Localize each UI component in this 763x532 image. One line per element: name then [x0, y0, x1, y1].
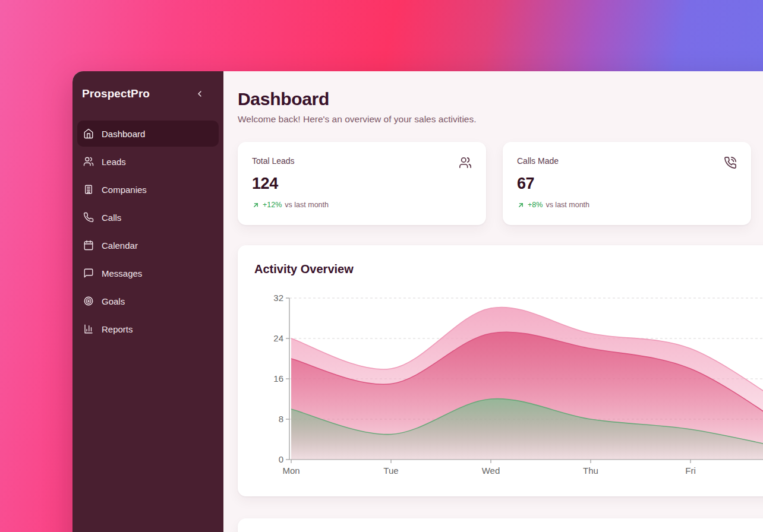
sidebar-item-companies[interactable]: Companies	[77, 176, 219, 202]
sidebar-item-label: Companies	[102, 185, 147, 195]
stat-card-head: Total Leads	[252, 156, 472, 169]
stat-change-percent: +8%	[528, 201, 543, 209]
stat-label: Total Leads	[252, 156, 295, 166]
x-tick-label-Thu: Thu	[583, 466, 598, 476]
phone-call-icon	[724, 156, 737, 169]
x-tick-label-Tue: Tue	[383, 466, 398, 476]
stat-label: Calls Made	[517, 156, 559, 166]
activity-overview-card: Activity Overview 08162432MonTueWedThuFr…	[238, 245, 763, 496]
sidebar-item-label: Reports	[102, 324, 133, 334]
phone-icon	[83, 212, 94, 223]
chevron-left-icon	[195, 89, 204, 99]
sidebar-nav: Dashboard Leads Companies Calls	[72, 121, 223, 342]
stat-change-row: +12% vs last month	[252, 201, 472, 209]
desktop-background: { "app_window": { "brand": "ProspectPro"…	[0, 0, 763, 532]
sidebar-item-calls[interactable]: Calls	[77, 204, 219, 230]
arrow-up-right-icon	[517, 201, 525, 209]
stat-change-percent: +12%	[263, 201, 282, 209]
app-window: ProspectPro Dashboard Leads	[72, 71, 763, 532]
sidebar-item-leads[interactable]: Leads	[77, 148, 219, 175]
building-icon	[83, 184, 94, 195]
stat-value: 67	[517, 175, 737, 193]
calendar-icon	[83, 240, 94, 251]
sidebar-item-label: Dashboard	[102, 129, 145, 139]
sidebar-item-label: Calendar	[102, 240, 138, 251]
sidebar-item-label: Goals	[102, 296, 125, 306]
sidebar-item-calendar[interactable]: Calendar	[77, 232, 219, 258]
y-tick-label-24: 24	[273, 333, 283, 343]
y-tick-label-16: 16	[273, 373, 283, 384]
home-icon	[83, 128, 94, 139]
sidebar-brand-row: ProspectPro	[72, 87, 223, 100]
x-tick-label-Fri: Fri	[685, 466, 696, 476]
sidebar-item-goals[interactable]: Goals	[77, 288, 219, 314]
stat-card-head: Calls Made	[517, 156, 737, 169]
stat-change-note: vs last month	[285, 201, 329, 209]
sidebar-item-reports[interactable]: Reports	[77, 316, 219, 342]
sidebar: ProspectPro Dashboard Leads	[72, 71, 223, 532]
y-tick-label-0: 0	[279, 454, 283, 464]
main-content: Dashboard Welcome back! Here's an overvi…	[223, 71, 763, 532]
stat-value: 124	[252, 175, 472, 193]
activity-overview-title: Activity Overview	[254, 262, 763, 276]
message-square-icon	[83, 268, 94, 278]
sidebar-item-label: Messages	[102, 268, 142, 278]
bottom-section-card	[238, 518, 763, 532]
page-title: Dashboard	[238, 89, 763, 109]
stat-change-note: vs last month	[546, 201, 589, 209]
app-logo-text: ProspectPro	[82, 87, 150, 100]
page-subtitle: Welcome back! Here's an overview of your…	[238, 114, 763, 125]
users-icon	[459, 156, 472, 169]
stat-card-calls-made: Calls Made 67 +8% vs last month	[503, 142, 751, 225]
y-tick-label-32: 32	[273, 293, 283, 303]
stat-change-row: +8% vs last month	[517, 201, 737, 209]
x-tick-label-Mon: Mon	[282, 466, 299, 476]
stat-card-total-leads: Total Leads 124 +12% vs last month	[238, 142, 486, 225]
x-tick-label-Wed: Wed	[482, 466, 500, 476]
sidebar-item-messages[interactable]: Messages	[77, 260, 219, 286]
activity-chart-svg: 08162432MonTueWedThuFriSat	[254, 290, 763, 482]
sidebar-item-label: Leads	[102, 157, 126, 167]
y-tick-label-8: 8	[279, 414, 283, 424]
target-icon	[83, 296, 94, 306]
arrow-up-right-icon	[252, 201, 260, 209]
stat-cards-row: Total Leads 124 +12% vs last month Calls	[238, 142, 763, 225]
sidebar-item-label: Calls	[102, 213, 121, 223]
users-icon	[83, 156, 94, 167]
sidebar-item-dashboard[interactable]: Dashboard	[77, 121, 219, 147]
bar-chart-icon	[83, 324, 94, 334]
sidebar-collapse-button[interactable]	[194, 88, 206, 100]
